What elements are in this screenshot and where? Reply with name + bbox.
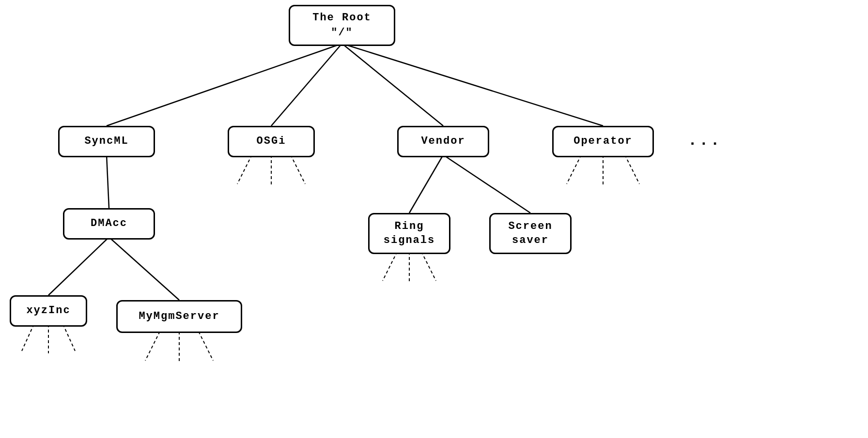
svg-line-1	[271, 44, 342, 126]
vendor-label: Vendor	[421, 135, 465, 149]
svg-line-4	[107, 155, 109, 208]
root-label-line1: The Root "/"	[312, 11, 372, 41]
screensaver-label: Screen saver	[508, 220, 552, 247]
svg-line-7	[409, 155, 443, 213]
screensaver-node: Screen saver	[489, 213, 572, 254]
svg-line-21	[145, 332, 160, 361]
svg-line-17	[421, 252, 436, 281]
svg-line-2	[342, 44, 443, 126]
syncml-label: SyncML	[84, 135, 128, 149]
svg-line-6	[109, 237, 179, 300]
svg-line-15	[383, 252, 397, 281]
osgi-label: OSGi	[257, 135, 286, 149]
operator-node: Operator	[552, 126, 654, 157]
xyzinc-label: xyzInc	[26, 304, 70, 318]
svg-line-9	[237, 155, 252, 184]
operator-label: Operator	[574, 135, 633, 149]
svg-line-3	[342, 44, 603, 126]
svg-line-18	[22, 324, 34, 351]
osgi-node: OSGi	[228, 126, 315, 157]
svg-line-23	[199, 332, 213, 361]
dmacc-node: DMAcc	[63, 208, 155, 240]
svg-line-14	[625, 155, 639, 184]
ringsignals-node: Ring signals	[368, 213, 450, 254]
mymgmserver-label: MyMgmServer	[139, 310, 219, 324]
svg-line-8	[443, 155, 530, 213]
syncml-node: SyncML	[58, 126, 155, 157]
svg-line-12	[567, 155, 581, 184]
tree-diagram: The Root "/" SyncML OSGi Vendor Operator…	[0, 0, 868, 438]
mymgmserver-node: MyMgmServer	[116, 300, 242, 333]
svg-line-20	[63, 324, 75, 351]
xyzinc-node: xyzInc	[10, 295, 87, 327]
vendor-node: Vendor	[397, 126, 489, 157]
svg-line-5	[48, 237, 109, 295]
dmacc-label: DMAcc	[91, 217, 127, 231]
more-nodes-ellipsis: ...	[688, 132, 722, 150]
svg-line-11	[291, 155, 305, 184]
root-node: The Root "/"	[289, 5, 395, 46]
ringsignals-label: Ring signals	[384, 220, 435, 247]
svg-line-0	[107, 44, 342, 126]
